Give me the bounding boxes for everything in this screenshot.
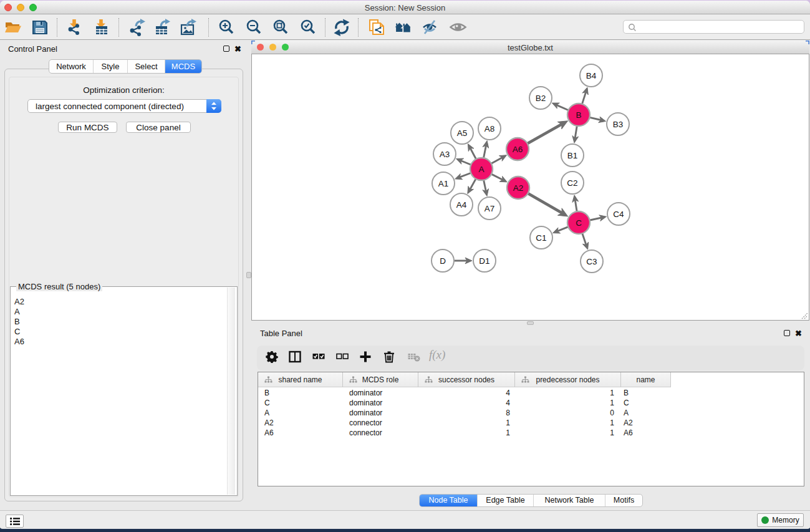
svg-text:A2: A2 <box>513 183 524 193</box>
svg-text:B3: B3 <box>613 120 624 129</box>
svg-text:A6: A6 <box>513 145 523 154</box>
svg-text:A4: A4 <box>456 200 467 210</box>
svg-text:D1: D1 <box>479 256 489 266</box>
svg-text:C: C <box>576 218 582 228</box>
svg-text:B1: B1 <box>567 151 578 160</box>
svg-text:A7: A7 <box>485 204 495 213</box>
svg-text:B: B <box>576 110 581 120</box>
svg-text:B2: B2 <box>536 94 546 103</box>
svg-text:C3: C3 <box>586 257 597 266</box>
svg-text:A3: A3 <box>440 150 450 159</box>
svg-text:C4: C4 <box>613 210 624 219</box>
svg-text:C1: C1 <box>536 233 546 243</box>
svg-text:B4: B4 <box>586 71 597 80</box>
svg-text:D: D <box>440 256 446 266</box>
svg-text:A: A <box>478 165 484 174</box>
svg-text:A1: A1 <box>438 179 449 188</box>
svg-text:A5: A5 <box>457 128 468 138</box>
svg-text:A8: A8 <box>485 124 495 133</box>
svg-text:C2: C2 <box>567 178 577 188</box>
